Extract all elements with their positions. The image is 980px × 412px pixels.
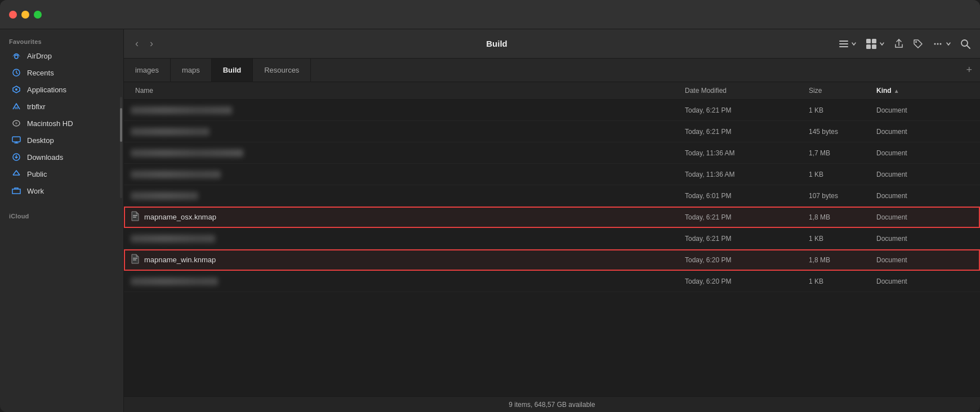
blurred-filename <box>131 128 210 136</box>
svg-rect-3 <box>15 107 18 109</box>
more-button[interactable] <box>932 38 952 50</box>
maximize-button[interactable] <box>34 11 42 19</box>
file-date: Today, 11:36 AM <box>680 168 804 181</box>
toolbar: ‹ › Build <box>124 29 980 59</box>
svg-point-5 <box>15 122 17 124</box>
file-size: 1,8 MB <box>804 211 872 223</box>
search-button[interactable] <box>960 38 971 50</box>
tab-images[interactable]: images <box>124 59 171 82</box>
downloads-icon <box>11 152 21 162</box>
file-size: 1,7 MB <box>804 147 872 159</box>
back-button[interactable]: ‹ <box>133 35 141 52</box>
share-button[interactable] <box>893 38 905 50</box>
table-row[interactable]: Today, 11:36 AM 1,7 MB Document <box>124 142 980 164</box>
file-date: Today, 6:20 PM <box>680 275 804 288</box>
desktop-icon <box>11 135 21 145</box>
trbflxr-label: trbflxr <box>27 102 46 111</box>
sidebar-item-recents[interactable]: Recents <box>2 64 121 81</box>
svg-rect-12 <box>872 39 876 43</box>
file-date: Today, 6:01 PM <box>680 190 804 202</box>
header-kind[interactable]: Kind ▲ <box>872 82 973 99</box>
file-size: 1 KB <box>804 168 872 181</box>
applications-icon <box>11 84 21 95</box>
toolbar-title: Build <box>162 39 831 48</box>
sidebar-item-downloads[interactable]: Downloads <box>2 149 121 165</box>
svg-point-19 <box>961 40 968 46</box>
sidebar-item-public[interactable]: Public <box>2 165 121 182</box>
file-kind: Document <box>872 275 973 288</box>
blurred-filename <box>131 171 221 178</box>
close-button[interactable] <box>9 11 17 19</box>
sidebar-scrollbar-thumb[interactable] <box>120 108 122 142</box>
finder-window: Favourites AirDrop <box>0 0 980 412</box>
file-date: Today, 6:21 PM <box>680 211 804 223</box>
forward-button[interactable]: › <box>148 35 155 52</box>
svg-rect-23 <box>133 259 136 261</box>
tag-button[interactable] <box>912 38 924 50</box>
file-kind: Document <box>872 168 973 181</box>
file-kind: Document <box>872 126 973 138</box>
sidebar-item-work[interactable]: Work <box>2 182 121 199</box>
titlebar <box>0 0 980 29</box>
file-date: Today, 6:21 PM <box>680 232 804 245</box>
tab-build[interactable]: Build <box>212 59 253 82</box>
table-row-mapname-win[interactable]: mapname_win.knmap Today, 6:20 PM 1,8 MB … <box>124 249 980 271</box>
file-kind: Document <box>872 211 973 223</box>
header-size[interactable]: Size <box>804 82 872 99</box>
content-area: ‹ › Build <box>124 29 980 412</box>
work-icon <box>11 186 21 196</box>
header-name[interactable]: Name <box>131 82 680 99</box>
public-label: Public <box>27 170 47 178</box>
sidebar-item-trbflxr[interactable]: trbflxr <box>2 98 121 115</box>
file-name-cell <box>131 190 680 202</box>
blurred-filename <box>131 149 243 157</box>
icloud-section: iCloud <box>0 208 123 222</box>
airdrop-label: AirDrop <box>27 52 52 60</box>
svg-point-18 <box>940 43 942 44</box>
file-kind: Document <box>872 190 973 202</box>
file-size: 107 bytes <box>804 190 872 202</box>
svg-point-15 <box>915 41 917 43</box>
svg-rect-13 <box>866 44 871 49</box>
file-list-header: Name Date Modified Size Kind ▲ <box>124 82 980 100</box>
recents-label: Recents <box>27 69 54 77</box>
file-icon <box>131 211 140 223</box>
tab-bar: images maps Build Resources + <box>124 59 980 82</box>
svg-rect-14 <box>872 44 876 49</box>
table-row[interactable]: Today, 11:36 AM 1 KB Document <box>124 164 980 185</box>
sidebar: Favourites AirDrop <box>0 29 124 412</box>
public-icon <box>11 169 21 179</box>
tab-maps[interactable]: maps <box>171 59 212 82</box>
add-tab-button[interactable]: + <box>958 59 980 82</box>
table-row[interactable]: Today, 6:21 PM 1 KB Document <box>124 100 980 121</box>
header-date-modified[interactable]: Date Modified <box>680 82 804 99</box>
main-layout: Favourites AirDrop <box>0 29 980 412</box>
sort-direction-icon: ▲ <box>894 88 899 94</box>
table-row[interactable]: Today, 6:01 PM 107 bytes Document <box>124 185 980 207</box>
filename-text: mapname_osx.knmap <box>144 213 216 221</box>
tab-resources[interactable]: Resources <box>253 59 311 82</box>
blurred-filename <box>131 277 218 285</box>
sidebar-item-airdrop[interactable]: AirDrop <box>2 47 121 64</box>
svg-point-2 <box>15 88 17 91</box>
table-row[interactable]: Today, 6:21 PM 1 KB Document <box>124 228 980 249</box>
grid-view-button[interactable] <box>865 38 885 50</box>
sidebar-item-macintosh-hd[interactable]: Macintosh HD <box>2 115 121 132</box>
list-view-button[interactable] <box>838 38 857 50</box>
sidebar-item-applications[interactable]: Applications <box>2 81 121 98</box>
file-size: 145 bytes <box>804 126 872 138</box>
table-row[interactable]: Today, 6:21 PM 145 bytes Document <box>124 121 980 142</box>
file-name-cell <box>131 104 680 117</box>
table-row-mapname-osx[interactable]: mapname_osx.knmap Today, 6:21 PM 1,8 MB … <box>124 207 980 228</box>
file-size: 1,8 MB <box>804 254 872 266</box>
file-name-cell <box>131 275 680 288</box>
svg-point-16 <box>934 43 936 44</box>
table-row[interactable]: Today, 6:20 PM 1 KB Document <box>124 271 980 292</box>
file-size: 1 KB <box>804 104 872 117</box>
applications-label: Applications <box>27 86 66 94</box>
file-name-cell <box>131 168 680 181</box>
sidebar-item-desktop[interactable]: Desktop <box>2 132 121 149</box>
recents-icon <box>11 68 21 78</box>
minimize-button[interactable] <box>21 11 29 19</box>
file-icon <box>131 254 140 266</box>
